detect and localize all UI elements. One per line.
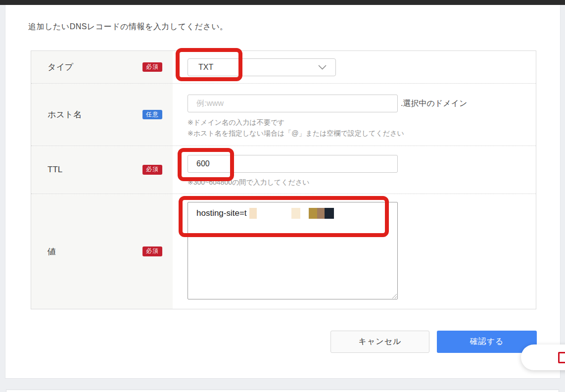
ttl-label: TTL xyxy=(47,165,62,175)
record-type-select[interactable]: TXT xyxy=(188,58,336,76)
type-label: タイプ xyxy=(47,61,73,73)
host-row: ホスト名 任意 .選択中のドメイン ※ドメイン名の入力は不要です ※ホスト名を指… xyxy=(31,84,536,146)
confirm-button[interactable]: 確認する xyxy=(437,331,537,353)
form-instruction: 追加したいDNSレコードの情報を入力してください。 xyxy=(28,22,228,32)
dns-record-form-table: タイプ 必須 TXT ホスト名 任意 .選択中のドメイン xyxy=(31,50,536,309)
ttl-row: TTL 必須 ※300~604800の間で入力してください xyxy=(31,146,536,194)
value-textarea[interactable]: hosting-site=t xyxy=(188,202,398,299)
ttl-content-cell: ※300~604800の間で入力してください xyxy=(173,146,536,194)
selected-domain-suffix: .選択中のドメイン xyxy=(401,98,467,109)
redacted-value-blocks xyxy=(247,208,334,219)
type-row: タイプ 必須 TXT xyxy=(31,51,536,84)
host-name-input[interactable] xyxy=(188,95,398,112)
browser-top-bar xyxy=(0,0,565,5)
host-content-cell: .選択中のドメイン ※ドメイン名の入力は不要です ※ホスト名を指定しない場合は「… xyxy=(173,84,536,146)
required-badge: 必須 xyxy=(142,62,162,72)
cancel-button[interactable]: キャンセル xyxy=(330,331,429,353)
ttl-input[interactable] xyxy=(188,155,398,173)
value-text: hosting-site=t xyxy=(196,208,247,218)
required-badge: 必須 xyxy=(142,246,162,256)
record-type-selected-value: TXT xyxy=(198,63,213,72)
required-badge: 必須 xyxy=(142,165,162,175)
type-content-cell: TXT xyxy=(173,51,536,83)
host-label-cell: ホスト名 任意 xyxy=(31,84,173,146)
value-label: 値 xyxy=(47,246,56,257)
value-row: 値 必須 hosting-site=t xyxy=(31,194,536,309)
value-label-cell: 値 必須 xyxy=(31,194,173,309)
host-label: ホスト名 xyxy=(47,109,82,120)
chevron-down-icon xyxy=(318,65,327,70)
next-panel-edge xyxy=(6,390,559,392)
textarea-resize-handle[interactable] xyxy=(391,293,397,298)
host-notes: ※ドメイン名の入力は不要です ※ホスト名を指定しない場合は「@」または空欄で設定… xyxy=(188,117,536,139)
chat-widget-icon xyxy=(558,352,565,363)
host-note-2: ※ホスト名を指定しない場合は「@」または空欄で設定してください xyxy=(188,128,536,139)
chat-widget-pill[interactable] xyxy=(521,344,565,370)
value-content-cell: hosting-site=t xyxy=(173,194,536,309)
ttl-note: ※300~604800の間で入力してください xyxy=(188,178,536,187)
ttl-label-cell: TTL 必須 xyxy=(31,146,173,194)
optional-badge: 任意 xyxy=(142,110,162,120)
type-label-cell: タイプ 必須 xyxy=(31,51,173,83)
host-note-1: ※ドメイン名の入力は不要です xyxy=(188,117,536,128)
